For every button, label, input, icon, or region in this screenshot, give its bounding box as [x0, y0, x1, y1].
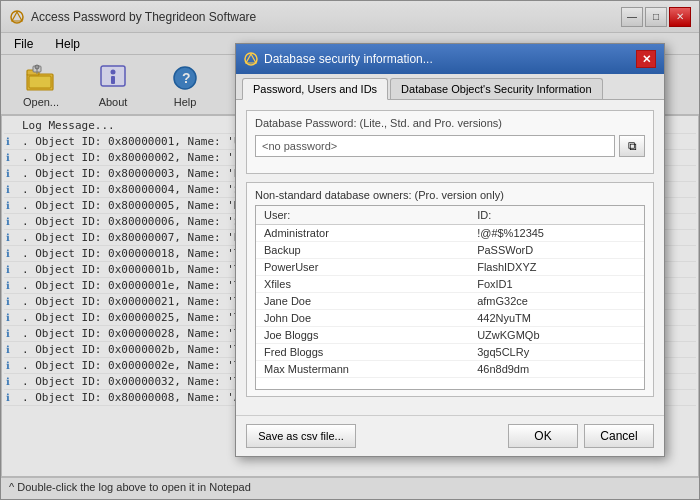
footer-left: Save as csv file...	[246, 424, 356, 448]
svg-marker-14	[246, 54, 256, 63]
security-dialog: Database security information... ✕ Passw…	[235, 43, 665, 457]
owners-table-container[interactable]: User: ID: Administrator!@#$%12345BackupP…	[255, 205, 645, 390]
dialog-body: Database Password: (Lite., Std. and Pro.…	[236, 100, 664, 415]
password-input[interactable]	[255, 135, 615, 157]
copy-button[interactable]: ⧉	[619, 135, 645, 157]
ok-button[interactable]: OK	[508, 424, 578, 448]
dialog-title: Database security information...	[264, 52, 433, 66]
col-id: ID:	[469, 206, 644, 225]
dialog-title-bar: Database security information... ✕	[236, 44, 664, 74]
table-row: Jane DoeafmG32ce	[256, 293, 644, 310]
dialog-close-button[interactable]: ✕	[636, 50, 656, 68]
save-csv-button[interactable]: Save as csv file...	[246, 424, 356, 448]
table-row: BackupPaSSWorD	[256, 242, 644, 259]
tab-security-info[interactable]: Database Object's Security Information	[390, 78, 602, 99]
footer-right: OK Cancel	[508, 424, 654, 448]
table-header-row: User: ID:	[256, 206, 644, 225]
password-section-label: Database Password: (Lite., Std. and Pro.…	[255, 117, 645, 129]
owners-section-label: Non-standard database owners: (Pro. vers…	[255, 189, 645, 201]
owners-table: User: ID: Administrator!@#$%12345BackupP…	[256, 206, 644, 378]
dialog-tabs: Password, Users and IDs Database Object'…	[236, 74, 664, 100]
password-section: Database Password: (Lite., Std. and Pro.…	[246, 110, 654, 174]
dialog-icon	[244, 52, 258, 66]
table-row: Joe BloggsUZwKGMQb	[256, 327, 644, 344]
dialog-footer: Save as csv file... OK Cancel	[236, 415, 664, 456]
cancel-button[interactable]: Cancel	[584, 424, 654, 448]
password-row: ⧉	[255, 135, 645, 157]
table-row: PowerUserFlashIDXYZ	[256, 259, 644, 276]
modal-overlay: Database security information... ✕ Passw…	[0, 0, 700, 500]
owners-section: Non-standard database owners: (Pro. vers…	[246, 182, 654, 397]
table-row: Fred Bloggs3gq5CLRy	[256, 344, 644, 361]
table-row: John Doe442NyuTM	[256, 310, 644, 327]
copy-icon: ⧉	[628, 139, 637, 153]
tab-password-users[interactable]: Password, Users and IDs	[242, 78, 388, 100]
table-row: XfilesFoxID1	[256, 276, 644, 293]
col-user: User:	[256, 206, 469, 225]
table-row: Administrator!@#$%12345	[256, 225, 644, 242]
dialog-title-text: Database security information...	[244, 52, 433, 66]
table-row: Max Mustermann46n8d9dm	[256, 361, 644, 378]
